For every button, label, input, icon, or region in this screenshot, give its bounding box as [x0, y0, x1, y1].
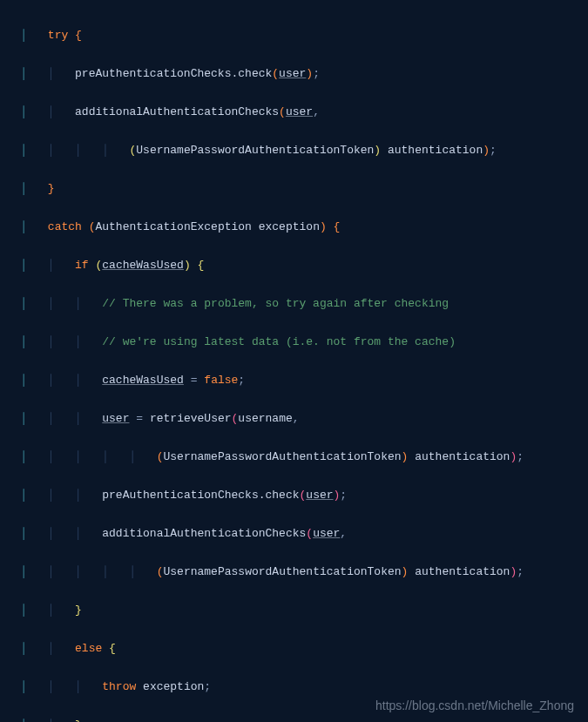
- var-exception: exception: [259, 220, 320, 233]
- var-auth: authentication: [415, 450, 510, 463]
- comment: // There was a problem, so try again aft…: [102, 297, 449, 310]
- type-name: AuthenticationException: [95, 220, 251, 233]
- method-call: retrieveUser: [150, 412, 232, 425]
- var-exception: exception: [143, 680, 204, 693]
- method-call: additionalAuthenticationChecks: [102, 527, 306, 540]
- var-auth: authentication: [415, 565, 510, 578]
- var-cache: cacheWasUsed: [102, 259, 184, 272]
- method-call: preAuthenticationChecks.check: [75, 67, 272, 80]
- watermark: https://blog.csdn.net/Michelle_Zhong: [375, 696, 574, 715]
- var-cache: cacheWasUsed: [102, 374, 184, 387]
- var-user: user: [286, 105, 313, 118]
- keyword-if: if: [75, 259, 89, 272]
- var-user: user: [313, 527, 340, 540]
- var-user: user: [306, 489, 333, 502]
- var-user: user: [102, 412, 129, 425]
- type-name: UsernamePasswordAuthenticationToken: [164, 450, 402, 463]
- comment: // we're using latest data (i.e. not fro…: [102, 335, 456, 348]
- keyword-catch: catch: [48, 220, 82, 233]
- keyword-try: try: [48, 29, 68, 42]
- var-auth: authentication: [388, 144, 483, 157]
- code-editor[interactable]: │ try { │ │ preAuthenticationChecks.chec…: [0, 0, 588, 722]
- method-call: preAuthenticationChecks.check: [102, 489, 299, 502]
- type-name: UsernamePasswordAuthenticationToken: [164, 565, 402, 578]
- var-username: username: [238, 412, 292, 425]
- keyword-throw: throw: [102, 680, 136, 693]
- method-call: additionalAuthenticationChecks: [75, 105, 279, 118]
- var-user: user: [279, 67, 306, 80]
- type-name: UsernamePasswordAuthenticationToken: [136, 144, 374, 157]
- keyword-else: else: [75, 642, 102, 655]
- const-false: false: [204, 374, 238, 387]
